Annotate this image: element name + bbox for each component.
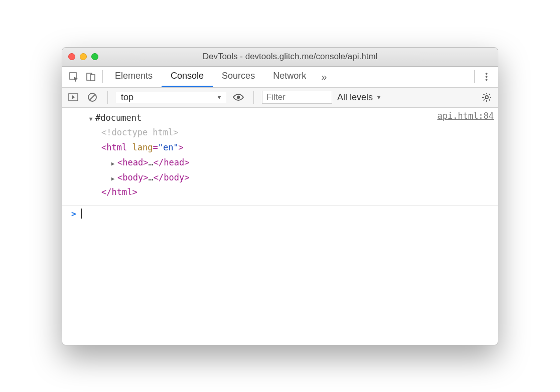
source-link[interactable]: api.html:84 <box>437 111 494 201</box>
svg-point-4 <box>485 76 487 78</box>
inspect-element-icon[interactable] <box>65 66 82 87</box>
log-levels-selector[interactable]: All levels ▼ <box>337 92 382 103</box>
filter-input[interactable] <box>262 91 332 104</box>
body-node[interactable]: <body>…</body> <box>87 170 437 185</box>
separator <box>253 91 254 104</box>
tab-console[interactable]: Console <box>162 67 213 87</box>
context-label: top <box>120 92 133 103</box>
tab-elements[interactable]: Elements <box>106 67 162 87</box>
tabs-overflow-button[interactable]: » <box>315 67 333 87</box>
text-cursor <box>81 209 82 219</box>
log-levels-label: All levels <box>337 92 373 103</box>
separator <box>102 70 103 83</box>
context-selector[interactable]: top ▼ <box>116 92 226 103</box>
separator <box>474 70 475 83</box>
window-controls <box>68 53 98 60</box>
tab-sources[interactable]: Sources <box>213 67 264 87</box>
svg-line-17 <box>489 94 490 95</box>
svg-line-8 <box>90 95 95 100</box>
svg-line-15 <box>484 94 485 95</box>
dropdown-triangle-icon: ▼ <box>376 94 382 101</box>
zoom-window-button[interactable] <box>91 53 98 60</box>
minimize-window-button[interactable] <box>80 53 87 60</box>
toggle-sidebar-icon[interactable] <box>66 90 80 104</box>
svg-point-3 <box>485 73 487 75</box>
svg-line-18 <box>484 99 485 100</box>
close-window-button[interactable] <box>68 53 75 60</box>
document-node[interactable]: #document <box>95 113 142 123</box>
titlebar: DevTools - devtools.glitch.me/console/ap… <box>62 48 498 67</box>
panel-tabs: Elements Console Sources Network <box>106 67 315 87</box>
console-log-entry: #document <!doctype html> <html lang="en… <box>62 108 498 206</box>
html-open-node[interactable]: <html lang="en"> <box>87 140 437 155</box>
expand-toggle[interactable] <box>87 111 94 126</box>
svg-point-5 <box>485 79 487 81</box>
window-title: DevTools - devtools.glitch.me/console/ap… <box>108 52 472 62</box>
svg-line-16 <box>489 99 490 100</box>
dom-tree: #document <!doctype html> <html lang="en… <box>87 111 437 201</box>
main-tabstrip: Elements Console Sources Network » <box>62 67 498 88</box>
inspect-tools <box>65 67 99 87</box>
console-toolbar: top ▼ All levels ▼ <box>62 88 498 108</box>
console-settings-icon[interactable] <box>480 90 494 104</box>
svg-point-9 <box>237 96 240 99</box>
head-node[interactable]: <head>…</head> <box>87 155 437 170</box>
expand-toggle[interactable] <box>109 155 116 170</box>
live-expression-icon[interactable] <box>231 90 245 104</box>
devtools-window: DevTools - devtools.glitch.me/console/ap… <box>62 47 498 345</box>
device-toolbar-icon[interactable] <box>82 66 99 87</box>
prompt-caret-icon: > <box>71 209 76 219</box>
expand-toggle[interactable] <box>109 170 116 185</box>
console-prompt[interactable]: > <box>62 206 498 222</box>
dropdown-triangle-icon: ▼ <box>216 94 222 101</box>
doctype-node: <!doctype html> <box>87 125 437 140</box>
tab-network[interactable]: Network <box>264 67 315 87</box>
devtools-menu-button[interactable] <box>478 67 495 87</box>
svg-rect-2 <box>90 75 95 81</box>
html-close-node: </html> <box>87 185 437 200</box>
svg-point-10 <box>485 96 488 99</box>
console-output: #document <!doctype html> <html lang="en… <box>62 108 498 345</box>
clear-console-icon[interactable] <box>85 90 99 104</box>
separator <box>107 91 108 104</box>
